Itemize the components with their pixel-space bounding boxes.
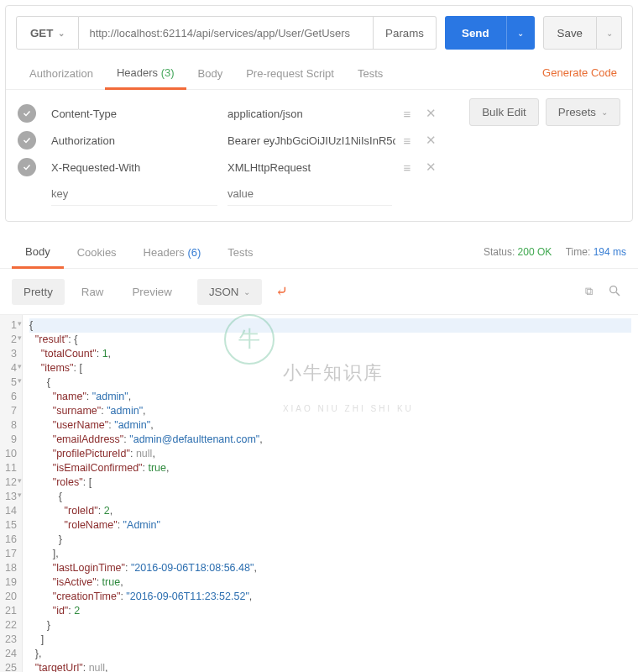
tab-headers[interactable]: Headers (3) [105, 56, 186, 90]
header-value-input[interactable] [227, 182, 392, 206]
url-input[interactable] [79, 16, 374, 50]
header-row: Authorization Bearer eyJhbGciOiJIUzI1NiI… [18, 127, 620, 154]
copy-icon[interactable]: ⧉ [580, 281, 598, 302]
tab-headers-label: Headers [117, 66, 158, 79]
chevron-down-icon: ⌄ [58, 29, 65, 38]
pretty-button[interactable]: Pretty [12, 279, 65, 305]
header-key-input[interactable] [51, 182, 217, 206]
drag-handle-icon[interactable]: ≡ [395, 107, 419, 121]
rtab-tests[interactable]: Tests [214, 236, 266, 267]
response-body-viewer[interactable]: 1234567891011121314151617181920212223242… [0, 314, 638, 672]
header-enable-toggle[interactable] [18, 158, 36, 176]
rtab-headers[interactable]: Headers (6) [130, 236, 215, 267]
request-tabs: Authorization Headers (3) Body Pre-reque… [6, 56, 632, 90]
chevron-down-icon: ⌄ [243, 287, 250, 297]
presets-button[interactable]: Presets ⌄ [546, 98, 620, 126]
svg-line-1 [616, 292, 620, 296]
http-method-selector[interactable]: GET ⌄ [16, 16, 79, 50]
drag-handle-icon[interactable]: ≡ [395, 134, 419, 148]
generate-code-link[interactable]: Generate Code [539, 56, 620, 89]
bulk-edit-button[interactable]: Bulk Edit [469, 98, 539, 126]
wrap-lines-icon[interactable]: ⤶ [267, 277, 296, 306]
tab-authorization[interactable]: Authorization [18, 57, 105, 88]
header-key[interactable]: Authorization [51, 134, 227, 147]
search-icon[interactable] [603, 281, 626, 303]
save-button[interactable]: Save [543, 16, 597, 50]
send-button[interactable]: Send [445, 16, 506, 50]
delete-header-icon[interactable]: ✕ [419, 133, 442, 148]
header-value[interactable]: application/json [227, 108, 395, 120]
params-button[interactable]: Params [374, 16, 437, 50]
response-meta: Status: 200 OK Time: 194 ms [484, 246, 626, 258]
presets-label: Presets [558, 106, 596, 118]
preview-button[interactable]: Preview [120, 279, 183, 305]
tab-prerequest[interactable]: Pre-request Script [234, 57, 346, 88]
chevron-down-icon: ⌄ [517, 29, 524, 38]
format-selector[interactable]: JSON ⌄ [197, 279, 263, 305]
save-dropdown-button[interactable]: ⌄ [597, 16, 622, 50]
header-row: X-Requested-With XMLHttpRequest ≡ ✕ [18, 154, 620, 181]
header-enable-toggle[interactable] [18, 104, 36, 123]
delete-header-icon[interactable]: ✕ [419, 160, 442, 175]
rtab-body[interactable]: Body [12, 235, 64, 269]
svg-point-0 [610, 286, 617, 292]
tab-headers-count: (3) [161, 66, 175, 79]
header-enable-toggle[interactable] [18, 131, 36, 150]
send-dropdown-button[interactable]: ⌄ [506, 16, 535, 50]
chevron-down-icon: ⌄ [606, 29, 613, 38]
http-method-label: GET [30, 27, 53, 39]
raw-button[interactable]: Raw [70, 279, 116, 305]
header-value[interactable]: Bearer eyJhbGciOiJIUzI1NiIsInR5c [227, 134, 395, 147]
header-value[interactable]: XMLHttpRequest [227, 161, 395, 174]
response-tabs: Body Cookies Headers (6) Tests Status: 2… [0, 235, 638, 269]
rtab-cookies[interactable]: Cookies [64, 236, 130, 267]
tab-tests[interactable]: Tests [346, 57, 395, 88]
drag-handle-icon[interactable]: ≡ [395, 160, 419, 175]
chevron-down-icon: ⌄ [601, 108, 608, 117]
header-key[interactable]: X-Requested-With [51, 161, 227, 174]
delete-header-icon[interactable]: ✕ [419, 106, 442, 121]
tab-body[interactable]: Body [186, 57, 235, 88]
header-key[interactable]: Content-Type [51, 108, 227, 120]
